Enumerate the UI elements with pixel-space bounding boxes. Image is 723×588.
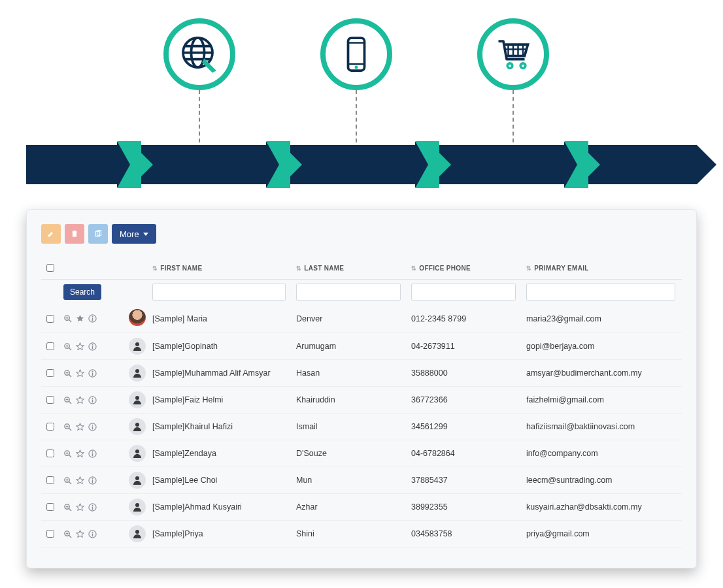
- star-icon[interactable]: [76, 449, 84, 458]
- cell-office-phone[interactable]: 36772366: [411, 395, 526, 404]
- duplicate-button[interactable]: [88, 224, 108, 244]
- avatar[interactable]: [129, 391, 146, 408]
- info-icon[interactable]: [88, 476, 97, 485]
- cell-primary-email[interactable]: amsyar@budimerchant.com.my: [526, 368, 682, 378]
- cell-primary-email[interactable]: leecm@suntrading.com: [526, 476, 682, 485]
- edit-button[interactable]: [41, 224, 61, 244]
- cell-primary-email[interactable]: maria23@gmail.com: [526, 314, 682, 323]
- star-icon[interactable]: [76, 476, 84, 485]
- cell-last-name[interactable]: Arumugam: [296, 342, 411, 351]
- cell-last-name[interactable]: D'Souze: [296, 449, 411, 458]
- row-checkbox[interactable]: [46, 503, 54, 511]
- cell-first-name[interactable]: [Sample] Maria: [152, 314, 296, 323]
- select-all-checkbox[interactable]: [46, 264, 54, 272]
- row-checkbox[interactable]: [46, 369, 54, 377]
- row-checkbox[interactable]: [46, 315, 54, 323]
- filter-last-name[interactable]: [296, 284, 401, 301]
- info-icon[interactable]: [88, 369, 97, 378]
- row-checkbox[interactable]: [46, 342, 54, 350]
- delete-button[interactable]: [65, 224, 84, 244]
- more-button[interactable]: More: [112, 224, 156, 244]
- filter-primary-email[interactable]: [526, 284, 675, 301]
- avatar[interactable]: [129, 338, 146, 355]
- cell-first-name[interactable]: [Sample]Gopinath: [152, 342, 296, 351]
- zoom-icon[interactable]: [63, 503, 72, 512]
- col-last-name[interactable]: ⇅LAST NAME: [296, 265, 411, 272]
- user-icon: [132, 368, 143, 378]
- cell-first-name[interactable]: [Sample]Muhammad Alif Amsyar: [152, 368, 296, 378]
- info-icon[interactable]: [88, 530, 97, 538]
- cell-office-phone[interactable]: 35888000: [411, 368, 526, 378]
- cell-first-name[interactable]: [Sample]Khairul Hafizi: [152, 422, 296, 431]
- cell-office-phone[interactable]: 04-6782864: [411, 449, 526, 458]
- col-first-name[interactable]: ⇅FIRST NAME: [152, 265, 296, 272]
- cell-first-name[interactable]: [Sample]Faiz Helmi: [152, 395, 296, 404]
- copy-icon: [94, 230, 102, 238]
- phone-icon: [337, 35, 376, 74]
- search-button[interactable]: Search: [63, 284, 101, 300]
- sort-icon: ⇅: [526, 266, 531, 272]
- avatar[interactable]: [129, 472, 146, 489]
- zoom-icon[interactable]: [63, 396, 72, 404]
- cell-office-phone[interactable]: 04-2673911: [411, 342, 526, 351]
- zoom-icon[interactable]: [63, 423, 72, 431]
- cell-office-phone[interactable]: 34561299: [411, 422, 526, 431]
- row-checkbox[interactable]: [46, 396, 54, 404]
- zoom-icon[interactable]: [63, 369, 72, 378]
- zoom-icon[interactable]: [63, 314, 72, 323]
- info-icon[interactable]: [88, 314, 97, 323]
- row-checkbox[interactable]: [46, 423, 54, 431]
- star-icon[interactable]: [76, 530, 84, 538]
- cell-last-name[interactable]: Hasan: [296, 368, 411, 378]
- cell-last-name[interactable]: Mun: [296, 476, 411, 485]
- cell-first-name[interactable]: [Sample]Priya: [152, 529, 296, 538]
- col-office-phone[interactable]: ⇅OFFICE PHONE: [411, 265, 526, 272]
- star-icon[interactable]: [76, 369, 84, 378]
- cell-office-phone[interactable]: 38992355: [411, 502, 526, 512]
- avatar[interactable]: [129, 309, 146, 326]
- info-icon[interactable]: [88, 503, 97, 512]
- info-icon[interactable]: [88, 449, 97, 458]
- cell-last-name[interactable]: Azhar: [296, 502, 411, 512]
- avatar[interactable]: [129, 418, 146, 435]
- avatar[interactable]: [129, 525, 146, 542]
- row-checkbox[interactable]: [46, 449, 54, 457]
- star-icon[interactable]: [76, 314, 84, 323]
- cell-first-name[interactable]: [Sample]Ahmad Kusyairi: [152, 502, 296, 512]
- zoom-icon[interactable]: [63, 449, 72, 458]
- cell-primary-email[interactable]: hafiziismail@baktiinovasi.com: [526, 422, 682, 431]
- row-checkbox[interactable]: [46, 476, 54, 484]
- col-primary-email[interactable]: ⇅PRIMARY EMAIL: [526, 265, 682, 272]
- cell-office-phone[interactable]: 034583758: [411, 529, 526, 538]
- cell-last-name[interactable]: Denver: [296, 314, 411, 323]
- row-checkbox[interactable]: [46, 530, 54, 538]
- zoom-icon[interactable]: [63, 476, 72, 485]
- cell-primary-email[interactable]: gopi@berjaya.com: [526, 342, 682, 351]
- filter-office-phone[interactable]: [411, 284, 516, 301]
- zoom-icon[interactable]: [63, 530, 72, 538]
- filter-first-name[interactable]: [152, 284, 286, 301]
- cell-primary-email[interactable]: faizhelmi@gmail.com: [526, 395, 682, 404]
- cell-last-name[interactable]: Shini: [296, 529, 411, 538]
- star-icon[interactable]: [76, 503, 84, 512]
- cell-first-name[interactable]: [Sample]Zendaya: [152, 449, 296, 458]
- trash-icon: [71, 230, 78, 238]
- info-icon[interactable]: [88, 342, 97, 351]
- star-icon[interactable]: [76, 423, 84, 431]
- info-icon[interactable]: [88, 396, 97, 404]
- cell-office-phone[interactable]: 37885437: [411, 476, 526, 485]
- avatar[interactable]: [129, 498, 146, 515]
- star-icon[interactable]: [76, 342, 84, 351]
- cell-last-name[interactable]: Ismail: [296, 422, 411, 431]
- cell-office-phone[interactable]: 012-2345 8799: [411, 314, 526, 323]
- info-icon[interactable]: [88, 423, 97, 431]
- zoom-icon[interactable]: [63, 342, 72, 351]
- cell-primary-email[interactable]: priya@gmail.com: [526, 529, 682, 538]
- cell-first-name[interactable]: [Sample]Lee Choi: [152, 476, 296, 485]
- avatar[interactable]: [129, 445, 146, 462]
- cell-primary-email[interactable]: kusyairi.azhar@dbsakti.com.my: [526, 502, 682, 512]
- cell-last-name[interactable]: Khairuddin: [296, 395, 411, 404]
- avatar[interactable]: [129, 365, 146, 382]
- star-icon[interactable]: [76, 396, 84, 404]
- cell-primary-email[interactable]: info@company.com: [526, 449, 682, 458]
